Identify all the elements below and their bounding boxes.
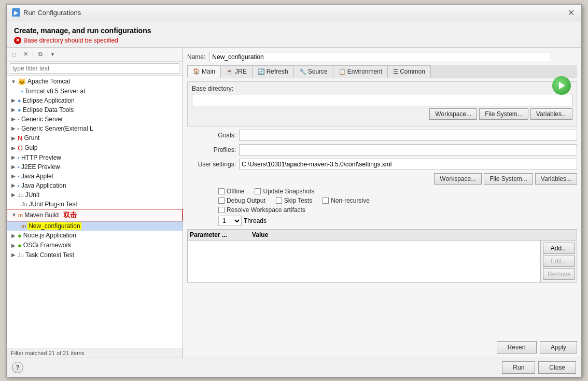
toggle-icon: ▶ (11, 145, 16, 151)
skip-tests-checkbox[interactable]: Skip Tests (276, 197, 312, 204)
duplicate-config-btn[interactable]: ⧉ (35, 49, 46, 60)
table-actions: Add... Edit... Remove (540, 241, 577, 282)
run-button[interactable] (552, 76, 571, 95)
tree-label: J2EE Preview (21, 163, 60, 171)
skip-tests-label: Skip Tests (284, 197, 312, 204)
apply-button[interactable]: Apply (540, 341, 577, 354)
tree-item-maven-build[interactable]: ▼ m Maven Build 双击 (7, 209, 183, 221)
tree-item-tomcat-server[interactable]: ▪ Tomcat v8.5 Server at (7, 87, 183, 96)
tree-item-java-application[interactable]: ▶ ▪ Java Application (7, 181, 183, 190)
close-dialog-btn[interactable]: Close (538, 361, 576, 374)
toolbar-dropdown[interactable]: ▼ (50, 52, 55, 57)
user-settings-input[interactable] (239, 159, 577, 170)
tab-main[interactable]: 🏠 Main (187, 65, 221, 78)
dialog-header: Create, manage, and run configurations ✕… (7, 21, 581, 47)
resolve-workspace-label: Resolve Workspace artifacts (227, 206, 305, 214)
toolbar-separator2 (48, 50, 48, 59)
help-button[interactable]: ? (12, 362, 23, 373)
variables-btn1[interactable]: Variables... (530, 108, 572, 120)
profiles-input[interactable] (239, 144, 577, 156)
tree-label: Generic Server(External L (21, 125, 93, 132)
eclipse-icon: ● (18, 97, 21, 104)
delete-config-btn[interactable]: ✕ (20, 49, 31, 60)
name-input[interactable] (209, 52, 551, 62)
toggle-icon: ▶ (11, 116, 16, 122)
tree-item-new-configuration[interactable]: m New_configuration (7, 221, 183, 231)
tree-item-grunt[interactable]: ▶ N Grunt (7, 133, 183, 143)
basedir-label: Base directory: (192, 85, 572, 92)
tree-item-gulp[interactable]: ▶ G Gulp (7, 143, 183, 153)
jre-tab-icon: ☕ (226, 68, 233, 75)
new-config-btn[interactable]: □ (9, 49, 19, 60)
tab-source[interactable]: 🔧 Source (293, 65, 333, 78)
tree-item-generic-server-ext[interactable]: ▶ ▪ Generic Server(External L (7, 124, 183, 133)
tab-jre-label: JRE (235, 68, 247, 75)
toggle-icon: ▼ (11, 212, 17, 218)
tree-item-java-applet[interactable]: ▶ ▪ Java Applet (7, 172, 183, 181)
search-input[interactable] (10, 63, 179, 74)
threads-select[interactable]: 1 2 4 (218, 216, 242, 226)
basedir-input[interactable] (192, 94, 572, 106)
tree-item-junit[interactable]: ▶ Ju JUnit (7, 190, 183, 200)
update-snapshots-cb-box (255, 188, 261, 194)
add-param-btn[interactable]: Add... (543, 243, 575, 254)
close-button[interactable]: ✕ (566, 7, 576, 18)
workspace-btn1[interactable]: Workspace... (429, 108, 477, 120)
goals-row: Goals: (187, 130, 577, 141)
goals-input[interactable] (239, 130, 577, 141)
java-app-icon: ▪ (18, 182, 20, 189)
tree-item-osgi[interactable]: ▶ ● OSGi Framework (7, 241, 183, 250)
tab-common[interactable]: ☰ Common (387, 65, 431, 78)
goals-label: Goals: (187, 132, 239, 139)
remove-param-btn[interactable]: Remove (543, 269, 575, 280)
non-recursive-checkbox[interactable]: Non-recursive (323, 197, 370, 204)
edit-param-btn[interactable]: Edit... (543, 256, 575, 267)
toolbar-separator (33, 50, 33, 59)
offline-cb-box (218, 188, 225, 194)
tab-refresh[interactable]: 🔄 Refresh (252, 65, 294, 78)
tree-item-generic-server[interactable]: ▶ ▪ Generic Server (7, 115, 183, 124)
tree-item-junit-plugin[interactable]: Ju JUnit Plug-in Test (7, 200, 183, 209)
table-col1-header: Parameter ... (190, 231, 252, 238)
user-settings-label: User settings: (187, 161, 239, 168)
tree-label: JUnit Plug-in Test (29, 201, 77, 208)
checkboxes-row2: Debug Output Skip Tests Non-recursive (187, 197, 577, 204)
filesystem-btn1[interactable]: File System... (479, 108, 528, 120)
offline-checkbox[interactable]: Offline (218, 188, 244, 195)
toggle-icon: ▼ (11, 79, 16, 84)
tree-item-eclipse-data[interactable]: ▶ ● Eclipse Data Tools (7, 105, 183, 115)
tab-environment[interactable]: 📋 Environment (333, 65, 388, 78)
tree-item-task-context[interactable]: ▶ Ju Task Context Test (7, 250, 183, 260)
revert-button[interactable]: Revert (497, 341, 537, 354)
nodejs-icon: ● (18, 232, 22, 239)
tree-label: OSGi Framework (23, 242, 72, 249)
threads-row: 1 2 4 Threads (187, 216, 577, 226)
tree-item-nodejs[interactable]: ▶ ● Node.js Application (7, 231, 183, 241)
j2ee-icon: ▪ (18, 164, 20, 170)
tree-item-eclipse-app[interactable]: ▶ ● Eclipse Application (7, 96, 183, 105)
toggle-icon: ▶ (11, 243, 16, 248)
update-snapshots-checkbox[interactable]: Update Snapshots (255, 188, 314, 195)
workspace-btn2[interactable]: Workspace... (434, 173, 482, 185)
tab-jre[interactable]: ☕ JRE (220, 65, 253, 78)
source-tab-icon: 🔧 (299, 68, 306, 75)
right-panel: Name: 🏠 Main ☕ JRE 🔄 Refresh 🔧 (183, 48, 581, 358)
tree-item-http-preview[interactable]: ▶ ▪ HTTP Preview (7, 153, 183, 162)
debug-output-checkbox[interactable]: Debug Output (218, 197, 265, 204)
variables-btn2[interactable]: Variables... (535, 173, 577, 185)
generic-ext-icon: ▪ (18, 125, 20, 132)
resolve-workspace-checkbox[interactable]: Resolve Workspace artifacts (218, 206, 305, 214)
tab-common-label: Common (400, 68, 425, 75)
run-configurations-dialog: ▶ Run Configurations ✕ Create, manage, a… (6, 4, 582, 377)
double-click-annotation: 双击 (63, 210, 77, 220)
run-dialog-btn[interactable]: Run (502, 361, 535, 374)
tabs-row: 🏠 Main ☕ JRE 🔄 Refresh 🔧 Source 📋 (187, 65, 577, 78)
checkboxes-row1: Offline Update Snapshots (187, 188, 577, 195)
update-snapshots-label: Update Snapshots (263, 188, 314, 195)
filesystem-btn2[interactable]: File System... (484, 173, 533, 185)
tree-item-j2ee-preview[interactable]: ▶ ▪ J2EE Preview (7, 162, 183, 172)
name-label: Name: (187, 53, 205, 61)
tree-label: Grunt (24, 134, 39, 142)
tree-item-apache-tomcat[interactable]: ▼ 🐱 Apache Tomcat (7, 77, 183, 87)
table-rows (188, 241, 540, 282)
